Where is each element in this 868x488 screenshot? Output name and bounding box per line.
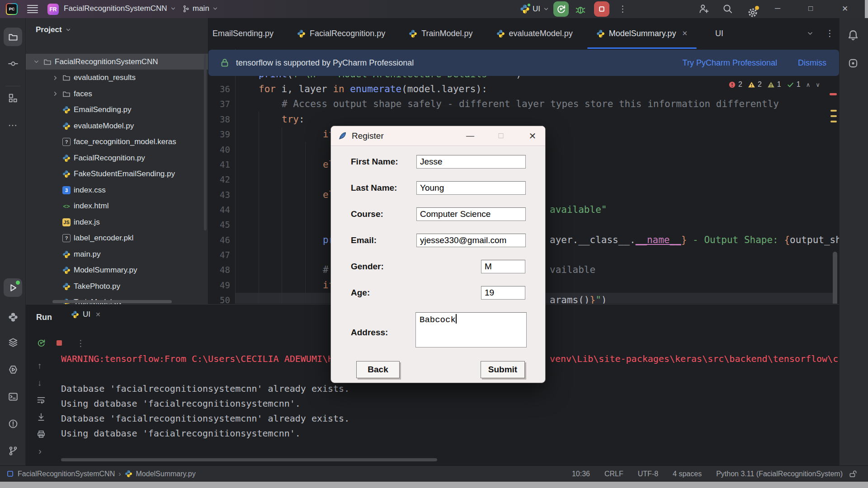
status-widget[interactable]: Python 3.11 (FacialRecognitionSystem) [716,470,843,478]
tree-item-faces[interactable]: faces [26,86,208,102]
warning-stripe-mark[interactable] [830,110,837,112]
chevron-down-icon[interactable] [33,58,40,65]
readonly-lock-button[interactable] [849,469,857,478]
hidden-tabs-icon[interactable] [807,30,814,37]
project-tree-vscrollbar[interactable] [204,54,207,230]
sidebar-item-services[interactable] [4,333,22,352]
tree-item-evaluation_results[interactable]: evaluation_results [26,70,208,86]
console-options-button[interactable]: ⋮ [76,338,85,348]
tab-EmailSending.py[interactable]: EmailSending.py [208,18,285,49]
notifications-bell-button[interactable] [847,29,859,41]
sidebar-item-profiler[interactable] [4,360,22,379]
tree-item-ModelSummary.py[interactable]: ModelSummary.py [26,263,208,278]
window-close-button[interactable]: ✕ [842,4,848,14]
tree-item-index.js[interactable]: JSindex.js [26,214,208,230]
chevron-right-icon[interactable] [52,90,59,97]
tree-item-index.html[interactable]: <>index.html [26,198,208,214]
project-widget-icon[interactable] [6,470,14,478]
try-professional-link[interactable]: Try PyCharm Professional [683,58,777,68]
age-field[interactable]: 19 [481,286,525,300]
error-stripe-mark[interactable] [830,93,837,95]
status-widget[interactable]: UTF-8 [638,470,658,478]
main-menu-icon[interactable] [27,5,38,13]
course-field[interactable]: Computer Science [416,207,526,221]
submit-button[interactable]: Submit [481,361,525,378]
ai-assistant-button[interactable] [848,58,859,69]
status-widget[interactable]: 4 spaces [673,470,702,478]
tree-item-TakePhoto.py[interactable]: TakePhoto.py [26,278,208,294]
dismiss-link[interactable]: Dismiss [798,58,826,68]
tree-item-FacialRecognition.py[interactable]: FacialRecognition.py [26,150,208,166]
scroll-to-end-button[interactable] [37,413,46,423]
lastname-field[interactable]: Young [416,181,526,195]
branch-selector[interactable]: main [182,4,218,13]
project-badge[interactable]: FR [47,4,59,15]
dialog-title-bar[interactable]: Register — □ ✕ [331,126,545,146]
scroll-down-button[interactable]: ↓ [38,378,42,388]
dialog-maximize-button[interactable]: □ [488,126,514,145]
sidebar-item-version-control[interactable] [4,441,22,460]
debug-button[interactable] [575,4,586,15]
back-button[interactable]: Back [356,361,400,378]
stop-button[interactable] [594,1,609,17]
window-minimize-button[interactable]: ─ [775,4,780,13]
close-icon[interactable]: ✕ [682,29,688,38]
console-hscrollbar[interactable] [61,458,437,461]
soft-wrap-button[interactable] [37,395,46,406]
gender-field[interactable]: M [481,260,525,273]
editor-vscrollbar[interactable] [833,252,837,304]
scroll-up-button[interactable]: ↑ [38,361,42,371]
status-widget[interactable]: CRLF [604,470,623,478]
address-field[interactable]: Babcock [415,312,527,347]
close-icon[interactable]: ✕ [95,311,101,318]
rerun-button[interactable] [553,1,569,17]
project-panel-header[interactable]: Project [36,25,71,34]
breadcrumb-project[interactable]: FacialRecognitionSystemCNN [18,470,115,478]
window-maximize-button[interactable]: □ [808,4,813,13]
tree-item-FakeStudentEmailSending.py[interactable]: FakeStudentEmailSending.py [26,166,208,182]
status-widget[interactable]: 10:36 [572,470,590,478]
tab-ModelSummary.py[interactable]: ModelSummary.py✕ [585,18,699,49]
run-config-selector[interactable]: UI [520,4,549,14]
warning-stripe-mark[interactable] [830,121,837,122]
code-with-me-button[interactable] [698,4,709,14]
dialog-minimize-button[interactable]: — [458,126,483,145]
run-tab-ui[interactable]: UI ✕ [71,310,101,319]
inspections-widget[interactable]: 2 2 1 1 ∧ ∨ [728,80,820,89]
prev-problem-button[interactable]: ∧ [806,81,811,88]
sidebar-item-problems[interactable] [4,414,22,433]
more-actions-button[interactable]: ⋮ [618,4,627,14]
stop-console-button[interactable] [55,338,64,349]
next-problem-button[interactable]: ∨ [816,81,820,88]
tab-UI[interactable]: UI [699,18,723,49]
warning-stripe-mark[interactable] [830,115,837,117]
chevron-right-icon[interactable] [52,75,59,81]
project-selector[interactable]: FacialRecognitionSystemCNN [64,4,176,13]
tree-item-EmailSending.py[interactable]: EmailSending.py [26,102,208,118]
tree-item-evaluateModel.py[interactable]: evaluateModel.py [26,118,208,134]
tree-item-index.css[interactable]: 3index.css [26,182,208,198]
tab-evaluateModel.py[interactable]: evaluateModel.py [485,18,585,49]
sidebar-item-python-console[interactable] [4,308,22,326]
print-button[interactable] [37,430,46,441]
sidebar-item-commit[interactable] [4,54,22,73]
email-field[interactable]: yjesse330@gmail.com [416,234,526,247]
tree-item-label_encoder.pkl[interactable]: ?label_encoder.pkl [26,230,208,246]
dialog-close-button[interactable]: ✕ [520,126,545,145]
sidebar-item-terminal[interactable] [4,387,22,406]
tab-options-button[interactable]: ⋮ [826,28,834,38]
rerun-console-button[interactable] [37,338,46,349]
sidebar-item-more[interactable]: ⋯ [4,116,22,134]
settings-button[interactable] [747,7,758,18]
expand-button[interactable]: › [38,446,42,456]
tab-FacialRecognition.py[interactable]: FacialRecognition.py [285,18,397,49]
tab-TrainModel.py[interactable]: TrainModel.py [397,18,484,49]
tree-item-main.py[interactable]: main.py [26,246,208,262]
breadcrumb-file[interactable]: ModelSummary.py [136,470,196,478]
search-everywhere-button[interactable] [722,4,733,14]
firstname-field[interactable]: Jesse [416,155,526,169]
project-tree-hscrollbar[interactable] [52,300,172,303]
tree-item-face_recognition_model.keras[interactable]: ?face_recognition_model.keras [26,134,208,150]
sidebar-item-structure[interactable] [4,89,22,107]
tree-item-FacialRecognitionSystemCNN[interactable]: FacialRecognitionSystemCNN [26,54,208,70]
